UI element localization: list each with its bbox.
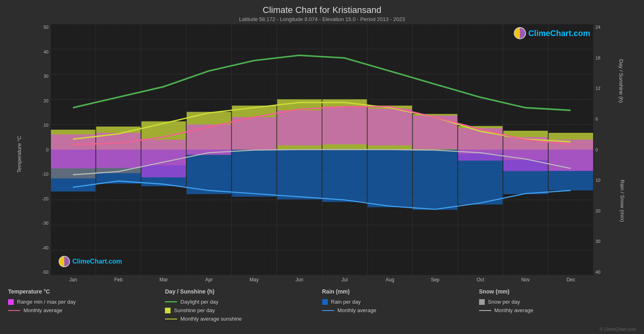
legend-item-sunshine-avg: Monthly average sunshine [165, 316, 322, 322]
svg-rect-117 [367, 150, 412, 207]
logo-top-right: ClimeChart.com [514, 27, 590, 39]
legend-item-rain-avg: Monthly average [322, 307, 479, 313]
legend-bar-sunshine [165, 308, 171, 313]
legend-line-rain-avg [322, 310, 334, 311]
logo-text-top: ClimeChart.com [528, 29, 590, 38]
svg-rect-151 [503, 137, 548, 171]
y-axis-right: 24 18 12 6 0 10 20 30 40 [593, 24, 612, 275]
legend-item-temp-avg: Monthly average [8, 307, 165, 313]
legend-bar-rain [322, 299, 328, 305]
legend-title-snow: Snow (mm) [479, 288, 636, 295]
legend-item-snow-bar: Snow per day [479, 299, 636, 305]
legend-group-snow: Snow (mm) Snow per day Monthly average [479, 288, 636, 322]
svg-rect-148 [367, 109, 412, 146]
y-axis-right-bottom-title: Rain / Snow (mm) [619, 180, 625, 222]
legend-item-rain-bar: Rain per day [322, 299, 479, 305]
legend-line-temp-avg [8, 310, 20, 311]
legend-line-snow-avg [479, 310, 491, 311]
chart-subtitle: Latitude 58.172 - Longitude 8.074 - Elev… [0, 16, 644, 22]
legend-group-rain: Rain (mm) Rain per day Monthly average [322, 288, 479, 322]
svg-rect-118 [413, 150, 457, 210]
y-axis-left: 50 40 30 20 10 0 -10 -20 -30 -40 -50 [32, 24, 51, 275]
svg-rect-115 [277, 150, 322, 200]
legend-group-temperature: Temperature °C Range min / max per day M… [8, 288, 165, 322]
chart-title: Climate Chart for Kristiansand [0, 5, 644, 15]
legend-item-snow-avg: Monthly average [479, 307, 636, 313]
logo-icon-bottom [59, 256, 70, 267]
svg-rect-144 [187, 124, 231, 155]
legend-group-sunshine: Day / Sunshine (h) Daylight per day Suns… [165, 288, 322, 322]
copyright: © ClimeChart.com [0, 326, 644, 334]
chart-svg [51, 24, 593, 275]
chart-area: ClimeChart.com ClimeChart.com [51, 24, 593, 275]
legend-item-daylight: Daylight per day [165, 299, 322, 305]
svg-rect-152 [549, 140, 593, 171]
y-axis-left-title: Temperature °C [16, 136, 22, 172]
header: Climate Chart for Kristiansand Latitude … [0, 0, 644, 24]
svg-rect-146 [277, 110, 322, 145]
logo-icon-top [514, 27, 526, 39]
svg-rect-149 [413, 115, 457, 149]
logo-text-bottom: ClimeChart.com [72, 258, 122, 265]
y-axis-right-top-title: Day / Sunshine (h) [619, 60, 625, 103]
svg-rect-142 [96, 133, 141, 168]
svg-rect-147 [322, 106, 367, 144]
legend-line-daylight [165, 301, 177, 302]
logo-bottom-left: ClimeChart.com [59, 256, 122, 267]
legend-item-temp-range: Range min / max per day [8, 299, 165, 305]
legend-item-sunshine-bar: Sunshine per day [165, 307, 322, 313]
legend-bar-temp-range [8, 299, 14, 305]
svg-rect-116 [322, 150, 367, 202]
svg-rect-145 [232, 117, 277, 149]
svg-rect-114 [232, 150, 277, 197]
legend-bar-snow [479, 299, 485, 305]
legend-title-temperature: Temperature °C [8, 288, 165, 295]
legend: Temperature °C Range min / max per day M… [0, 284, 644, 326]
legend-title-sunshine: Day / Sunshine (h) [165, 288, 322, 295]
legend-line-sunshine-avg [165, 319, 177, 319]
page-wrapper: Climate Chart for Kristiansand Latitude … [0, 0, 644, 334]
legend-title-rain: Rain (mm) [322, 288, 479, 295]
x-axis: Jan Feb Mar Apr May Jun Jul Aug Sep Oct … [51, 275, 593, 284]
